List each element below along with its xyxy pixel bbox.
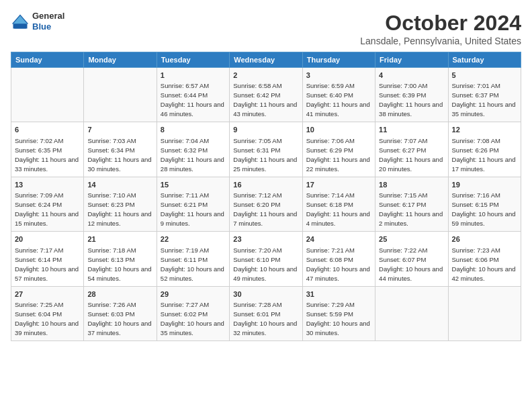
day-info: Sunrise: 7:07 AM Sunset: 6:27 PM Dayligh… — [379, 137, 445, 173]
day-number: 2 — [233, 71, 298, 81]
day-number: 17 — [306, 180, 371, 190]
table-row — [448, 286, 521, 340]
day-info: Sunrise: 6:58 AM Sunset: 6:42 PM Dayligh… — [233, 82, 299, 118]
table-row: 30Sunrise: 7:28 AM Sunset: 6:01 PM Dayli… — [230, 286, 302, 340]
day-info: Sunrise: 7:16 AM Sunset: 6:15 PM Dayligh… — [452, 191, 518, 227]
col-saturday: Saturday — [448, 52, 521, 68]
table-row: 23Sunrise: 7:20 AM Sunset: 6:10 PM Dayli… — [230, 232, 302, 286]
day-number: 22 — [161, 234, 226, 244]
table-row: 22Sunrise: 7:19 AM Sunset: 6:11 PM Dayli… — [157, 232, 229, 286]
day-info: Sunrise: 7:12 AM Sunset: 6:20 PM Dayligh… — [233, 191, 299, 227]
day-info: Sunrise: 7:25 AM Sunset: 6:04 PM Dayligh… — [15, 301, 81, 336]
table-row: 12Sunrise: 7:08 AM Sunset: 6:26 PM Dayli… — [448, 122, 521, 177]
day-info: Sunrise: 7:29 AM Sunset: 5:59 PM Dayligh… — [306, 301, 372, 336]
day-info: Sunrise: 7:20 AM Sunset: 6:10 PM Dayligh… — [233, 246, 299, 282]
col-thursday: Thursday — [302, 52, 375, 68]
logo-icon — [11, 12, 30, 31]
day-number: 25 — [379, 234, 444, 244]
calendar-week-row: 13Sunrise: 7:09 AM Sunset: 6:24 PM Dayli… — [11, 177, 521, 231]
table-row: 17Sunrise: 7:14 AM Sunset: 6:18 PM Dayli… — [302, 177, 375, 231]
svg-rect-3 — [14, 24, 26, 28]
day-number: 21 — [87, 234, 152, 244]
calendar-table: Sunday Monday Tuesday Wednesday Thursday… — [11, 52, 521, 341]
day-info: Sunrise: 7:11 AM Sunset: 6:21 PM Dayligh… — [161, 191, 226, 227]
table-row: 28Sunrise: 7:26 AM Sunset: 6:03 PM Dayli… — [84, 286, 157, 340]
day-info: Sunrise: 7:19 AM Sunset: 6:11 PM Dayligh… — [161, 246, 226, 282]
logo: General Blue — [11, 11, 64, 32]
calendar-week-row: 27Sunrise: 7:25 AM Sunset: 6:04 PM Dayli… — [11, 286, 521, 340]
day-number: 27 — [15, 289, 80, 300]
day-info: Sunrise: 7:06 AM Sunset: 6:29 PM Dayligh… — [306, 137, 372, 173]
table-row: 1Sunrise: 6:57 AM Sunset: 6:44 PM Daylig… — [157, 68, 229, 122]
table-row: 19Sunrise: 7:16 AM Sunset: 6:15 PM Dayli… — [448, 177, 521, 231]
day-number: 12 — [452, 125, 517, 135]
day-info: Sunrise: 6:57 AM Sunset: 6:44 PM Dayligh… — [161, 82, 226, 118]
day-number: 19 — [452, 180, 517, 190]
page-header: General Blue October 2024 Lansdale, Penn… — [11, 11, 521, 46]
day-number: 28 — [87, 289, 152, 300]
day-info: Sunrise: 7:17 AM Sunset: 6:14 PM Dayligh… — [15, 246, 81, 282]
table-row: 10Sunrise: 7:06 AM Sunset: 6:29 PM Dayli… — [302, 122, 375, 177]
table-row: 21Sunrise: 7:18 AM Sunset: 6:13 PM Dayli… — [84, 232, 157, 286]
day-info: Sunrise: 7:00 AM Sunset: 6:39 PM Dayligh… — [379, 82, 445, 118]
table-row: 3Sunrise: 6:59 AM Sunset: 6:40 PM Daylig… — [302, 68, 375, 122]
table-row: 6Sunrise: 7:02 AM Sunset: 6:35 PM Daylig… — [11, 122, 84, 177]
col-monday: Monday — [84, 52, 157, 68]
table-row: 9Sunrise: 7:05 AM Sunset: 6:31 PM Daylig… — [230, 122, 302, 177]
col-wednesday: Wednesday — [230, 52, 302, 68]
day-number: 7 — [87, 125, 152, 135]
calendar-week-row: 1Sunrise: 6:57 AM Sunset: 6:44 PM Daylig… — [11, 68, 521, 122]
day-number: 20 — [15, 234, 80, 244]
table-row: 13Sunrise: 7:09 AM Sunset: 6:24 PM Dayli… — [11, 177, 84, 231]
calendar-week-row: 6Sunrise: 7:02 AM Sunset: 6:35 PM Daylig… — [11, 122, 521, 177]
title-block: October 2024 Lansdale, Pennsylvania, Uni… — [360, 11, 521, 46]
table-row: 29Sunrise: 7:27 AM Sunset: 6:02 PM Dayli… — [157, 286, 229, 340]
calendar-week-row: 20Sunrise: 7:17 AM Sunset: 6:14 PM Dayli… — [11, 232, 521, 286]
day-number: 23 — [233, 234, 298, 244]
day-info: Sunrise: 7:21 AM Sunset: 6:08 PM Dayligh… — [306, 246, 372, 282]
day-number: 14 — [87, 180, 152, 190]
day-info: Sunrise: 7:15 AM Sunset: 6:17 PM Dayligh… — [379, 191, 445, 227]
table-row: 26Sunrise: 7:23 AM Sunset: 6:06 PM Dayli… — [448, 232, 521, 286]
day-number: 10 — [306, 125, 371, 135]
day-info: Sunrise: 7:03 AM Sunset: 6:34 PM Dayligh… — [87, 137, 153, 173]
table-row: 25Sunrise: 7:22 AM Sunset: 6:07 PM Dayli… — [375, 232, 448, 286]
table-row: 2Sunrise: 6:58 AM Sunset: 6:42 PM Daylig… — [230, 68, 302, 122]
day-number: 5 — [452, 71, 517, 81]
day-info: Sunrise: 7:01 AM Sunset: 6:37 PM Dayligh… — [452, 82, 518, 118]
logo-text: General Blue — [32, 11, 64, 32]
day-info: Sunrise: 7:14 AM Sunset: 6:18 PM Dayligh… — [306, 191, 372, 227]
day-number: 16 — [233, 180, 298, 190]
table-row: 4Sunrise: 7:00 AM Sunset: 6:39 PM Daylig… — [375, 68, 448, 122]
table-row: 31Sunrise: 7:29 AM Sunset: 5:59 PM Dayli… — [302, 286, 375, 340]
day-info: Sunrise: 7:10 AM Sunset: 6:23 PM Dayligh… — [87, 191, 153, 227]
table-row: 27Sunrise: 7:25 AM Sunset: 6:04 PM Dayli… — [11, 286, 84, 340]
table-row: 16Sunrise: 7:12 AM Sunset: 6:20 PM Dayli… — [230, 177, 302, 231]
col-friday: Friday — [375, 52, 448, 68]
subtitle: Lansdale, Pennsylvania, United States — [360, 36, 521, 46]
day-info: Sunrise: 7:04 AM Sunset: 6:32 PM Dayligh… — [161, 137, 226, 173]
day-number: 26 — [452, 234, 517, 244]
table-row: 5Sunrise: 7:01 AM Sunset: 6:37 PM Daylig… — [448, 68, 521, 122]
day-info: Sunrise: 7:27 AM Sunset: 6:02 PM Dayligh… — [161, 301, 226, 336]
day-number: 29 — [161, 289, 226, 300]
day-info: Sunrise: 7:18 AM Sunset: 6:13 PM Dayligh… — [87, 246, 153, 282]
day-info: Sunrise: 7:22 AM Sunset: 6:07 PM Dayligh… — [379, 246, 445, 282]
day-info: Sunrise: 7:05 AM Sunset: 6:31 PM Dayligh… — [233, 137, 299, 173]
day-info: Sunrise: 6:59 AM Sunset: 6:40 PM Dayligh… — [306, 82, 372, 118]
table-row: 7Sunrise: 7:03 AM Sunset: 6:34 PM Daylig… — [84, 122, 157, 177]
day-info: Sunrise: 7:28 AM Sunset: 6:01 PM Dayligh… — [233, 301, 299, 336]
day-info: Sunrise: 7:08 AM Sunset: 6:26 PM Dayligh… — [452, 137, 518, 173]
table-row — [84, 68, 157, 122]
table-row: 24Sunrise: 7:21 AM Sunset: 6:08 PM Dayli… — [302, 232, 375, 286]
day-number: 24 — [306, 234, 371, 244]
day-number: 6 — [15, 125, 80, 135]
table-row — [375, 286, 448, 340]
day-info: Sunrise: 7:23 AM Sunset: 6:06 PM Dayligh… — [452, 246, 518, 282]
day-info: Sunrise: 7:09 AM Sunset: 6:24 PM Dayligh… — [15, 191, 81, 227]
day-number: 8 — [161, 125, 226, 135]
table-row: 11Sunrise: 7:07 AM Sunset: 6:27 PM Dayli… — [375, 122, 448, 177]
table-row: 15Sunrise: 7:11 AM Sunset: 6:21 PM Dayli… — [157, 177, 229, 231]
day-number: 31 — [306, 289, 371, 300]
day-number: 4 — [379, 71, 444, 81]
